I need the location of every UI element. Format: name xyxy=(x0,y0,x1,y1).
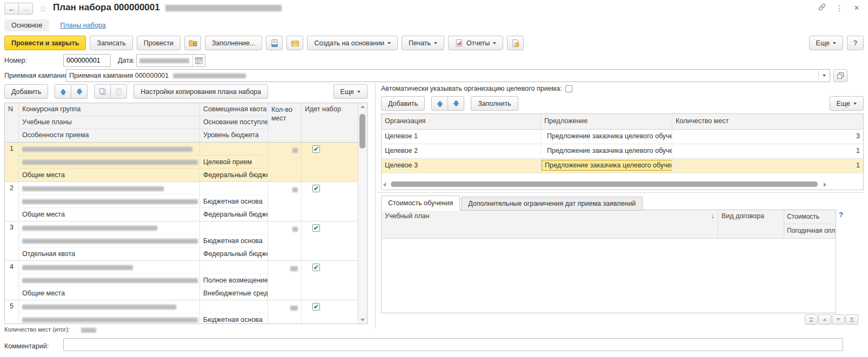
org-table-row[interactable]: Целевое 2Предложение заказчика целевого … xyxy=(382,144,863,159)
recruiting-checkbox[interactable]: ✔ xyxy=(312,264,320,271)
col-organization[interactable]: Организация xyxy=(382,114,541,129)
col-n[interactable]: N xyxy=(5,103,19,142)
org-add-button[interactable]: Добавить xyxy=(381,96,425,111)
link-icon[interactable] xyxy=(817,3,827,13)
help-button[interactable]: ? xyxy=(847,36,864,50)
recruiting-checkbox[interactable]: ✔ xyxy=(312,185,320,192)
scroll-down-icon[interactable] xyxy=(360,319,365,321)
tab-recruitment-plans[interactable]: Планы набора xyxy=(60,22,105,29)
sort-desc-icon[interactable]: ↓ xyxy=(711,212,715,220)
card-file-icon xyxy=(270,39,279,48)
campaign-input[interactable]: Приемная кампания 000000001 xyxy=(66,69,830,82)
folder-settings-button[interactable] xyxy=(184,36,201,50)
group-plans-features-cell: Общие места xyxy=(19,182,200,221)
post-button[interactable]: Провести xyxy=(137,36,181,50)
places-count-cell xyxy=(268,182,302,221)
add-row-button[interactable]: Добавить xyxy=(4,84,48,99)
scroll-up-icon[interactable] xyxy=(360,105,365,108)
col-group-plans-features[interactable]: Конкурсная группа Учебные планы Особенно… xyxy=(19,103,200,142)
tab-main[interactable]: Основное xyxy=(4,19,49,31)
go-last-button[interactable] xyxy=(845,314,858,325)
help-icon[interactable]: ? xyxy=(839,211,843,219)
number-input[interactable] xyxy=(63,54,111,67)
scroll-left-icon[interactable] xyxy=(383,183,386,187)
forward-button[interactable]: → xyxy=(18,3,33,15)
window-close-icon[interactable]: × xyxy=(852,3,862,13)
window-menu-icon[interactable]: ⋮ xyxy=(834,4,844,12)
scheduled-doc-button[interactable] xyxy=(507,36,524,50)
plan-table-row[interactable]: 3Отдельная квотаБюджетная основаФедераль… xyxy=(5,221,367,261)
copy-settings-button[interactable]: Настройки копирования плана набора xyxy=(133,84,268,99)
go-up-button[interactable] xyxy=(818,314,831,325)
col-recruiting[interactable]: Идет набор xyxy=(302,103,359,142)
create-based-on-button[interactable]: Создать на основании xyxy=(307,36,398,50)
plan-table-row[interactable]: 4Общие местаПолное возмещение…Внебюджетн… xyxy=(5,261,367,300)
redacted-text xyxy=(22,226,157,231)
back-button[interactable]: ← xyxy=(4,3,19,15)
move-down-button[interactable] xyxy=(71,84,88,99)
col-contract-type[interactable]: Вид договора xyxy=(718,210,784,238)
more-button[interactable]: Еще xyxy=(809,36,843,50)
target-org-table: Организация Предложение Количество мест … xyxy=(381,113,864,190)
print-button[interactable]: Печать xyxy=(402,36,444,50)
org-table-row[interactable]: Целевое 1Предложение заказчика целевого … xyxy=(382,130,863,144)
date-input[interactable] xyxy=(136,54,205,67)
comment-input[interactable] xyxy=(63,338,843,351)
hscroll-thumb[interactable] xyxy=(391,181,818,187)
scroll-right-icon[interactable] xyxy=(824,183,826,187)
org-move-up-button[interactable] xyxy=(431,96,448,111)
paste-button[interactable] xyxy=(110,84,127,99)
org-move-down-button[interactable] xyxy=(448,96,464,111)
recruiting-checkbox[interactable]: ✔ xyxy=(312,224,320,232)
reports-button[interactable]: Отчеты xyxy=(448,36,503,50)
favorite-star-icon[interactable]: ☆ xyxy=(39,3,47,15)
col-offer[interactable]: Предложение xyxy=(541,114,672,129)
cost-table-header: Учебный план ↓ Вид договора Стоимость По… xyxy=(382,210,836,239)
tab-tuition-cost[interactable]: Стоимость обучения xyxy=(381,196,460,211)
org-table-hscrollbar[interactable] xyxy=(383,181,842,188)
go-first-button[interactable] xyxy=(805,314,818,325)
plan-table-vscrollbar[interactable] xyxy=(358,103,367,324)
recruiting-checkbox[interactable]: ✔ xyxy=(312,303,320,311)
move-up-button[interactable] xyxy=(55,84,71,99)
auto-org-checkbox[interactable] xyxy=(565,85,572,92)
vscroll-thumb[interactable] xyxy=(359,114,365,149)
offer-cell[interactable]: Предложение заказчика целевого обучен… xyxy=(541,144,672,158)
chevron-down-icon xyxy=(493,42,496,44)
fill-button[interactable]: Заполнение... xyxy=(205,36,262,50)
org-more-button[interactable]: Еще xyxy=(830,96,864,111)
org-table-row[interactable]: Целевое 3Предложение заказчика целевого … xyxy=(382,159,863,173)
plan-table-row[interactable]: 1Общие местаЦелевой приемФедеральный бюд… xyxy=(5,143,367,182)
calendar-icon[interactable] xyxy=(192,55,205,66)
post-and-close-button[interactable]: Провести и закрыть xyxy=(4,36,86,50)
auto-org-row: Автоматически указывать организацию целе… xyxy=(381,84,572,93)
tab-date-restrictions[interactable]: Дополнительные ограничения дат приема за… xyxy=(461,197,643,211)
recruiting-checkbox[interactable]: ✔ xyxy=(312,145,320,153)
col-cost[interactable]: Стоимость Погодичная оплата xyxy=(784,210,836,238)
offer-cell[interactable]: Предложение заказчика целевого обучен… xyxy=(541,159,672,173)
col-curriculum[interactable]: Учебный план ↓ xyxy=(382,210,718,238)
plan-table-header: N Конкурсная группа Учебные планы Особен… xyxy=(5,103,367,143)
recruiting-cell: ✔ xyxy=(302,261,359,300)
col-org-places[interactable]: Количество мест xyxy=(672,114,863,129)
curriculum xyxy=(19,156,199,169)
go-down-button[interactable] xyxy=(832,314,845,325)
copy-button[interactable] xyxy=(94,84,111,99)
org-fill-button[interactable]: Заполнить xyxy=(471,96,518,111)
col-quota-basis-budget[interactable]: Совмещенная квота Основание поступле… Ур… xyxy=(200,103,268,142)
panel-splitter[interactable] xyxy=(375,84,376,328)
row-navigation xyxy=(805,314,858,325)
card-file-button[interactable] xyxy=(266,36,283,50)
mail-button[interactable] xyxy=(286,36,303,50)
offer-cell[interactable]: Предложение заказчика целевого обучен… xyxy=(541,130,672,144)
plan-table-more-button[interactable]: Еще xyxy=(333,84,368,99)
plan-table-row[interactable]: 2Общие местаБюджетная основаФедеральный … xyxy=(5,182,367,221)
quota-basis-budget-cell: Бюджетная основаФедеральный бюджет xyxy=(200,221,268,260)
campaign-dropdown-icon[interactable] xyxy=(818,70,830,82)
copy-icon xyxy=(98,87,106,96)
save-button[interactable]: Записать xyxy=(90,36,132,50)
campaign-open-button[interactable] xyxy=(833,69,847,82)
plan-table-row[interactable]: 5Бюджетная основа✔ xyxy=(5,300,367,324)
col-places[interactable]: Кол-во мест xyxy=(268,103,302,142)
section-splitter[interactable] xyxy=(378,192,864,193)
